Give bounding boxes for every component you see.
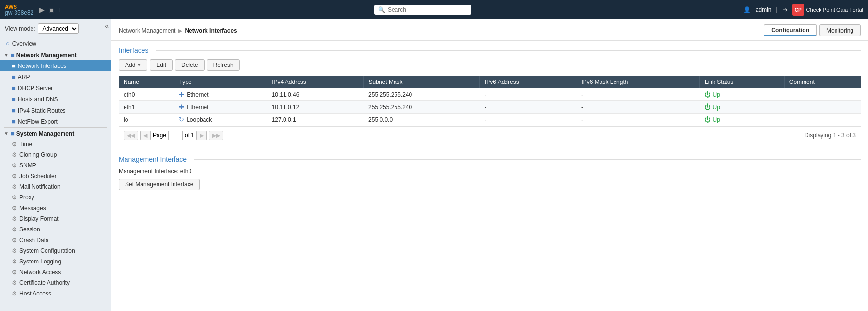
nav-section: ○ Overview ▼ ■ Network Management ■ Netw…: [0, 38, 111, 299]
sidebar-item-certificate-authority[interactable]: ⚙ Certificate Authority: [0, 278, 111, 288]
sidebar-item-cloning-group[interactable]: ⚙ Cloning Group: [0, 149, 111, 160]
sidebar-item-label: NetFlow Export: [18, 118, 58, 125]
monitoring-button[interactable]: Monitoring: [819, 24, 861, 36]
sidebar-item-network-interfaces[interactable]: ■ Network Interfaces: [0, 60, 111, 71]
cell-ipv4: 10.11.0.46: [267, 88, 363, 101]
cell-name: eth1: [119, 101, 174, 114]
sidebar-item-label: Cloning Group: [19, 151, 57, 158]
first-page-btn[interactable]: ◀◀: [124, 131, 138, 140]
gear-icon: ⚙: [12, 173, 17, 180]
sidebar-item-ipv4-static-routes[interactable]: ■ IPv4 Static Routes: [0, 105, 111, 116]
cell-ipv6mask: -: [576, 114, 700, 126]
sidebar-item-messages[interactable]: ⚙ Messages: [0, 203, 111, 213]
sidebar-item-dhcp-server[interactable]: ■ DHCP Server: [0, 82, 111, 94]
last-page-btn[interactable]: ▶▶: [209, 131, 223, 140]
system-management-icon: ■: [11, 130, 15, 137]
pagination-controls: ◀◀ ◀ Page 1 of 1 ▶ ▶▶: [124, 131, 223, 140]
sidebar-item-label: Network Interfaces: [18, 63, 66, 69]
sidebar-item-system-logging[interactable]: ⚙ System Logging: [0, 256, 111, 267]
cell-subnet: 255.0.0.0: [363, 114, 479, 126]
window-icon[interactable]: ▣: [48, 6, 55, 14]
sidebar-item-label: System Logging: [19, 258, 61, 265]
view-mode-select[interactable]: Advanced Basic: [38, 23, 79, 34]
cell-ipv6mask: -: [576, 101, 700, 114]
sidebar-item-job-scheduler[interactable]: ⚙ Job Scheduler: [0, 171, 111, 181]
gear-icon: ⚙: [12, 194, 17, 201]
sidebar-item-crash-data[interactable]: ⚙ Crash Data: [0, 235, 111, 246]
status-text: Up: [712, 91, 720, 98]
next-page-btn[interactable]: ▶: [196, 131, 207, 140]
sidebar-group-label: System Management: [16, 131, 74, 137]
cell-type: ✚ Ethernet: [174, 88, 267, 101]
status-text: Up: [712, 116, 720, 123]
copy-icon[interactable]: □: [59, 6, 63, 14]
sidebar-item-host-access[interactable]: ⚙ Host Access: [0, 288, 111, 299]
logout-icon[interactable]: ➔: [783, 6, 788, 13]
view-mode-label: View mode:: [5, 25, 35, 32]
interfaces-toolbar: Add ▼ Edit Delete Refresh: [119, 59, 861, 71]
table-row[interactable]: lo ↻ Loopback 127.0.0.1 255.0.0.0 - - ⏻ …: [119, 114, 861, 126]
col-ipv6mask: IPv6 Mask Length: [576, 76, 700, 88]
breadcrumb-parent[interactable]: Network Management: [119, 27, 175, 34]
sidebar-item-system-configuration[interactable]: ⚙ System Configuration: [0, 246, 111, 256]
sidebar-item-session[interactable]: ⚙ Session: [0, 224, 111, 235]
sidebar-item-time[interactable]: ⚙ Time: [0, 139, 111, 149]
sidebar-group-system-management[interactable]: ▼ ■ System Management: [0, 128, 111, 139]
set-management-interface-button[interactable]: Set Management Interface: [119, 179, 200, 190]
add-button[interactable]: Add ▼: [119, 59, 147, 71]
sidebar-collapse-btn[interactable]: «: [105, 22, 109, 30]
sidebar-item-label: SNMP: [19, 162, 36, 169]
sidebar-item-snmp[interactable]: ⚙ SNMP: [0, 160, 111, 171]
gear-icon: ⚙: [12, 215, 17, 222]
cell-comment: [784, 101, 861, 114]
gear-icon: ⚙: [12, 258, 17, 265]
cell-comment: [784, 88, 861, 101]
refresh-button[interactable]: Refresh: [207, 59, 240, 71]
gear-icon: ⚙: [12, 141, 17, 147]
table-row[interactable]: eth0 ✚ Ethernet 10.11.0.46 255.255.255.2…: [119, 88, 861, 101]
hosts-dns-icon: ■: [12, 96, 16, 103]
sidebar-item-proxy[interactable]: ⚙ Proxy: [0, 192, 111, 203]
page-input[interactable]: 1: [168, 131, 183, 140]
gear-icon: ⚙: [12, 226, 17, 233]
sidebar-item-mail-notification[interactable]: ⚙ Mail Notification: [0, 181, 111, 192]
cell-name: eth0: [119, 88, 174, 101]
network-management-icon: ■: [11, 51, 15, 59]
sidebar-item-netflow-export[interactable]: ■ NetFlow Export: [0, 116, 111, 127]
cursor-icon[interactable]: ▶: [39, 6, 45, 14]
cell-type: ↻ Loopback: [174, 114, 267, 126]
edit-button[interactable]: Edit: [150, 59, 173, 71]
main-layout: « View mode: Advanced Basic ○ Overview ▼…: [0, 19, 868, 311]
sidebar-item-display-format[interactable]: ⚙ Display Format: [0, 213, 111, 224]
view-mode-row: View mode: Advanced Basic: [0, 19, 111, 38]
dhcp-icon: ■: [12, 84, 16, 92]
interfaces-section: Interfaces Add ▼ Edit Delete Refresh Nam…: [111, 41, 868, 150]
sidebar-item-network-access[interactable]: ⚙ Network Access: [0, 267, 111, 278]
cell-type: ✚ Ethernet: [174, 101, 267, 114]
cp-icon: CP: [792, 4, 804, 16]
content-area: Network Management ▶ Network Interfaces …: [111, 19, 868, 311]
search-input[interactable]: [388, 6, 467, 13]
sidebar-item-label: Session: [19, 226, 40, 233]
table-row[interactable]: eth1 ✚ Ethernet 10.11.0.12 255.255.255.2…: [119, 101, 861, 114]
sidebar-item-hosts-and-dns[interactable]: ■ Hosts and DNS: [0, 94, 111, 105]
header-buttons: Configuration Monitoring: [764, 24, 861, 36]
topbar-right: 👤 admin | ➔ CP Check Point Gaia Portal: [743, 4, 863, 16]
topbar-left: AWS gw-358e82 ▶ ▣ □: [5, 4, 102, 16]
prev-page-btn[interactable]: ◀: [140, 131, 151, 140]
sidebar-item-label: System Configuration: [19, 247, 75, 254]
expand-icon: ▼: [4, 52, 9, 58]
add-label: Add: [125, 62, 135, 68]
sidebar-item-overview[interactable]: ○ Overview: [0, 38, 111, 49]
sidebar-group-network-management[interactable]: ▼ ■ Network Management: [0, 49, 111, 60]
gear-icon: ⚙: [12, 205, 17, 212]
type-icon: ✚: [179, 103, 184, 111]
type-icon: ↻: [179, 116, 184, 123]
cell-ipv4: 10.11.0.12: [267, 101, 363, 114]
configuration-button[interactable]: Configuration: [764, 24, 817, 36]
ipv4-routes-icon: ■: [12, 107, 16, 114]
topbar-center: 🔍: [102, 5, 743, 15]
delete-button[interactable]: Delete: [175, 59, 205, 71]
separator: |: [776, 6, 777, 13]
sidebar-item-arp[interactable]: ■ ARP: [0, 71, 111, 82]
